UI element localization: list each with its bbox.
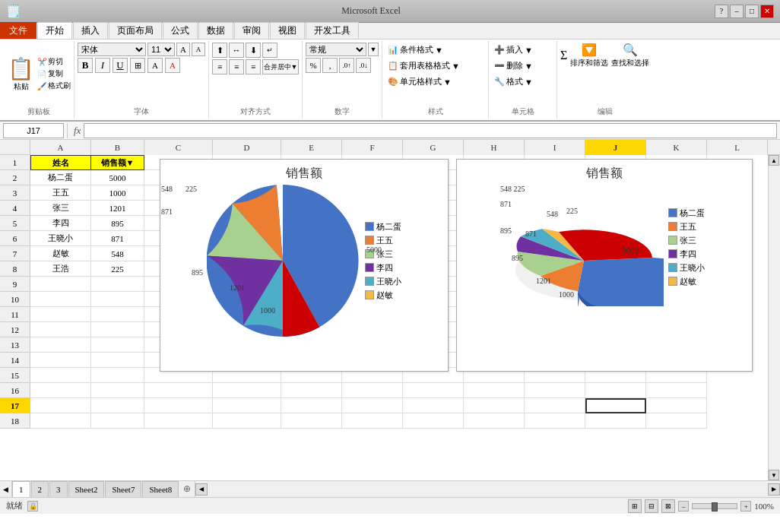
close-button[interactable]: ✕ bbox=[760, 5, 774, 18]
cut-button[interactable]: ✂️剪切 bbox=[37, 56, 71, 67]
cell-b5[interactable]: 895 bbox=[91, 216, 144, 231]
row-header-7[interactable]: 7 bbox=[0, 246, 30, 261]
row-header-2[interactable]: 2 bbox=[0, 170, 30, 185]
col-header-d[interactable]: D bbox=[213, 140, 281, 155]
view-layout-button[interactable]: ⊟ bbox=[645, 499, 658, 513]
copy-button[interactable]: 📄复制 bbox=[37, 68, 71, 79]
sum-button[interactable]: Σ bbox=[560, 49, 567, 62]
increase-font-button[interactable]: A bbox=[176, 43, 190, 56]
sheet-add-button[interactable]: ⊕ bbox=[179, 481, 195, 497]
minimize-button[interactable]: – bbox=[730, 5, 744, 18]
insert-button[interactable]: ➕插入▼ bbox=[492, 43, 553, 57]
sheet-tab-2[interactable]: 2 bbox=[31, 481, 49, 497]
col-header-h[interactable]: H bbox=[464, 140, 525, 155]
delete-button[interactable]: ➖删除▼ bbox=[492, 59, 553, 73]
chart-2[interactable]: 销售额 bbox=[456, 159, 753, 372]
sheet-tab-1[interactable]: 1 bbox=[12, 481, 30, 497]
row-header-6[interactable]: 6 bbox=[0, 231, 30, 246]
tab-developer[interactable]: 开发工具 bbox=[306, 22, 359, 39]
italic-button[interactable]: I bbox=[95, 58, 110, 73]
merge-center-button[interactable]: 合并居中▼ bbox=[262, 59, 299, 74]
cell-b4[interactable]: 1201 bbox=[91, 201, 144, 216]
tab-view[interactable]: 视图 bbox=[270, 22, 305, 39]
row-header-3[interactable]: 3 bbox=[0, 185, 30, 201]
cell-b6[interactable]: 871 bbox=[91, 231, 144, 246]
wrap-text-button[interactable]: ↵ bbox=[262, 43, 277, 58]
cell-a1[interactable]: 姓名 bbox=[30, 155, 91, 170]
align-right-button[interactable]: ≡ bbox=[246, 59, 261, 74]
align-center-button[interactable]: ≡ bbox=[229, 59, 244, 74]
tab-insert[interactable]: 插入 bbox=[73, 22, 108, 39]
sheet-tab-sheet2[interactable]: Sheet2 bbox=[68, 481, 105, 497]
font-color-button[interactable]: A bbox=[165, 58, 180, 73]
view-page-button[interactable]: ⊠ bbox=[661, 499, 675, 513]
border-button[interactable]: ⊞ bbox=[130, 58, 145, 73]
underline-button[interactable]: U bbox=[113, 58, 128, 73]
increase-decimal-button[interactable]: .0↑ bbox=[339, 58, 354, 73]
bold-button[interactable]: B bbox=[78, 58, 93, 73]
zoom-in-button[interactable]: + bbox=[740, 501, 751, 511]
row-header-4[interactable]: 4 bbox=[0, 201, 30, 216]
align-middle-button[interactable]: ↔ bbox=[229, 43, 244, 58]
cell-b2[interactable]: 5000 bbox=[91, 170, 144, 185]
thousands-button[interactable]: , bbox=[322, 58, 338, 73]
cell-a4[interactable]: 张三 bbox=[30, 201, 91, 216]
col-header-j[interactable]: J bbox=[585, 140, 646, 155]
cell-a8[interactable]: 王浩 bbox=[30, 261, 91, 277]
cell-a7[interactable]: 赵敏 bbox=[30, 246, 91, 261]
row-header-17[interactable]: 17 bbox=[0, 398, 30, 413]
name-box[interactable]: J17 bbox=[3, 123, 64, 138]
fill-color-button[interactable]: A bbox=[147, 58, 163, 73]
maximize-button[interactable]: □ bbox=[745, 5, 759, 18]
zoom-slider[interactable] bbox=[692, 503, 737, 509]
col-header-f[interactable]: F bbox=[342, 140, 403, 155]
tab-review[interactable]: 审阅 bbox=[234, 22, 269, 39]
cell-b7[interactable]: 548 bbox=[91, 246, 144, 261]
row-header-8[interactable]: 8 bbox=[0, 261, 30, 277]
sheet-nav-prev[interactable]: ◀ bbox=[0, 481, 12, 497]
font-size-select[interactable]: 11 bbox=[147, 43, 175, 56]
decrease-font-button[interactable]: A bbox=[192, 43, 205, 56]
scroll-right-button[interactable]: ▶ bbox=[768, 483, 780, 496]
cell-a2[interactable]: 杨二蛋 bbox=[30, 170, 91, 185]
col-header-a[interactable]: A bbox=[30, 140, 91, 155]
tab-file[interactable]: 文件 bbox=[0, 22, 36, 39]
conditional-format-button[interactable]: 📊条件格式▼ bbox=[385, 43, 485, 57]
sheet-tab-3[interactable]: 3 bbox=[49, 481, 68, 497]
scroll-left-button[interactable]: ◀ bbox=[195, 483, 208, 496]
cell-a5[interactable]: 李四 bbox=[30, 216, 91, 231]
sort-filter-button[interactable]: 🔽 排序和筛选 bbox=[570, 43, 608, 68]
col-header-e[interactable]: E bbox=[281, 140, 342, 155]
tab-start[interactable]: 开始 bbox=[37, 22, 72, 39]
row-header-1[interactable]: 1 bbox=[0, 155, 30, 170]
col-header-c[interactable]: C bbox=[144, 140, 213, 155]
sheet-tab-sheet8[interactable]: Sheet8 bbox=[142, 481, 179, 497]
table-format-button[interactable]: 📋套用表格格式▼ bbox=[385, 59, 485, 73]
align-top-button[interactable]: ⬆ bbox=[212, 43, 227, 58]
cell-b3[interactable]: 1000 bbox=[91, 185, 144, 201]
chart-1[interactable]: 销售额 bbox=[160, 159, 449, 372]
format-painter-button[interactable]: 🖌️格式刷 bbox=[37, 81, 71, 91]
tab-page-layout[interactable]: 页面布局 bbox=[109, 22, 162, 39]
formula-input[interactable] bbox=[84, 123, 777, 138]
number-format-expand[interactable]: ▼ bbox=[368, 43, 379, 56]
vertical-scrollbar[interactable]: ▲ ▼ bbox=[768, 155, 780, 480]
format-button[interactable]: 🔧格式▼ bbox=[492, 74, 553, 89]
cell-j17[interactable] bbox=[585, 398, 646, 413]
tab-formula[interactable]: 公式 bbox=[163, 22, 198, 39]
decrease-decimal-button[interactable]: .0↓ bbox=[356, 58, 371, 73]
percent-button[interactable]: % bbox=[306, 58, 321, 73]
col-header-i[interactable]: I bbox=[525, 140, 585, 155]
cell-b8[interactable]: 225 bbox=[91, 261, 144, 277]
col-header-b[interactable]: B bbox=[91, 140, 144, 155]
help-icon[interactable]: ? bbox=[715, 5, 728, 18]
col-header-g[interactable]: G bbox=[403, 140, 464, 155]
cell-a3[interactable]: 王五 bbox=[30, 185, 91, 201]
view-normal-button[interactable]: ⊞ bbox=[628, 499, 642, 513]
cell-a6[interactable]: 王晓小 bbox=[30, 231, 91, 246]
number-format-select[interactable]: 常规 bbox=[306, 43, 366, 56]
font-name-select[interactable]: 宋体 bbox=[78, 43, 146, 56]
align-bottom-button[interactable]: ⬇ bbox=[246, 43, 261, 58]
sheet-tab-sheet7[interactable]: Sheet7 bbox=[105, 481, 141, 497]
row-header-5[interactable]: 5 bbox=[0, 216, 30, 231]
